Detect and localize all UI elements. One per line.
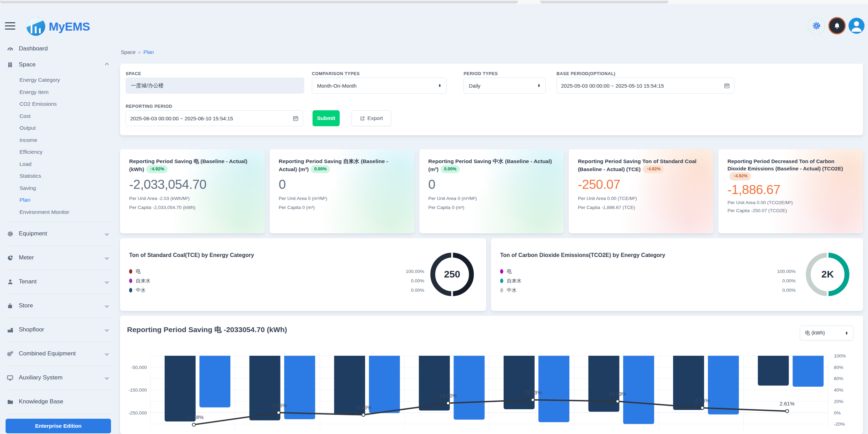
kpi-badge: ↑4.92%	[729, 172, 751, 180]
sidebar-item-energy-category[interactable]: Energy Category	[6, 74, 111, 86]
user-avatar[interactable]	[849, 18, 865, 34]
chart-energy-select[interactable]: 电 (kWh) ▲▼	[800, 326, 853, 340]
legend-dot	[129, 288, 132, 292]
chevron-down-icon	[105, 376, 109, 379]
sidebar-item-cost[interactable]: Cost	[6, 110, 111, 122]
sidebar-item-output[interactable]: Output	[6, 122, 111, 134]
kpi-title: Reporting Period Saving Ton of Standard …	[578, 158, 696, 172]
kpi-value: -1,886.67	[727, 183, 854, 197]
line-point-label: -21.18%	[184, 414, 204, 420]
chevron-down-icon	[105, 280, 109, 283]
calendar-icon	[293, 115, 299, 121]
sidebar-item-label: Space	[19, 61, 105, 68]
sidebar-item-knowledge-base[interactable]: Knowledge Base	[6, 389, 111, 413]
sidebar-item-load[interactable]: Load	[6, 158, 111, 170]
right-axis-tick: 60%	[834, 376, 843, 381]
sidebar-item-efficiency[interactable]: Efficiency	[6, 146, 111, 158]
settings-button[interactable]	[807, 17, 826, 35]
sidebar-item-store[interactable]: Store	[6, 294, 111, 318]
chevron-down-icon	[105, 328, 109, 331]
legend-label[interactable]: 自来水	[507, 278, 521, 284]
browser-tab-shape	[0, 1, 518, 3]
legend-percent: 100.00%	[750, 267, 796, 276]
kpi-card-reclaimed-water-saving: Reporting Period Saving 中水 (Baseline - A…	[419, 149, 564, 233]
line-point-4	[531, 398, 535, 401]
space-input[interactable]	[126, 78, 304, 94]
sidebar-item-equipment[interactable]: Equipment	[6, 222, 111, 246]
query-form-card: SPACE COMPARISON TYPES Month-On-Month ▲▼…	[120, 64, 863, 135]
enterprise-edition-button[interactable]: Enterprise Edition	[6, 419, 111, 433]
period-types-select[interactable]: Daily ▲▼	[464, 78, 546, 94]
sidebar-item-dashboard[interactable]: Dashboard	[6, 41, 111, 57]
notifications-button[interactable]	[828, 17, 846, 34]
tco2e-donut-chart[interactable]: 2K	[805, 251, 851, 297]
folder-icon	[6, 399, 15, 405]
kpi-per-capita: Per Capita 0 (m³)	[279, 205, 405, 210]
hamburger-menu-icon[interactable]	[5, 22, 15, 31]
bar-baseline-1	[250, 356, 281, 420]
legend-label[interactable]: 自来水	[136, 278, 150, 284]
sidebar-item-shopfloor[interactable]: Shopfloor	[6, 318, 111, 341]
line-point-7	[786, 410, 789, 413]
sidebar-item-co2-emissions[interactable]: CO2 Emissions	[6, 98, 111, 110]
right-axis-tick: -20%	[834, 421, 845, 427]
browser-tab-shape	[540, 1, 668, 3]
tco2e-by-category-card: Ton of Carbon Dioxide Emissions(TCO2E) b…	[491, 238, 863, 311]
brand-logo[interactable]: MyEMS	[26, 17, 90, 36]
saving-bar-line-chart[interactable]: 100%80%60%40%20%0%-20%-50,000-150,000-25…	[120, 351, 863, 431]
sidebar-item-saving[interactable]: Saving	[6, 182, 111, 194]
sidebar-item-income[interactable]: Income	[6, 134, 111, 146]
export-icon	[360, 116, 365, 121]
legend-label[interactable]: 电	[507, 268, 512, 275]
bar-baseline-3	[419, 356, 450, 411]
tce-donut-chart[interactable]: 250	[429, 251, 475, 297]
export-button[interactable]: Export	[352, 110, 391, 126]
legend-label[interactable]: 电	[136, 268, 141, 275]
breadcrumb-section[interactable]: Space	[121, 49, 136, 55]
reporting-period-value: 2025-06-03 00:00:00 ~ 2025-06-10 15:54:1…	[130, 115, 233, 121]
right-axis-tick: 80%	[834, 365, 843, 370]
reporting-period-input[interactable]: 2025-06-03 00:00:00 ~ 2025-06-10 15:54:1…	[126, 110, 303, 126]
kpi-value: 0	[428, 177, 555, 192]
legend-dot	[129, 279, 132, 283]
donut-percent-column: 100.00% 0.00% 0.00%	[379, 267, 424, 295]
donut-cards-row: Ton of Standard Coal(TCE) by Energy Cate…	[120, 238, 863, 311]
submit-button[interactable]: Submit	[313, 110, 340, 126]
breadcrumb-separator: »	[138, 49, 141, 55]
base-period-input[interactable]: 2025-05-03 00:00:00 ~ 2025-05-10 15:54:1…	[557, 78, 734, 94]
bar-actual-4	[538, 356, 569, 422]
left-axis-tick: -150,000	[128, 387, 147, 393]
kpi-badge: 0.00%	[441, 165, 460, 174]
kpi-card-tco2e-decrease: Reporting Period Decreased Ton of Carbon…	[718, 149, 863, 233]
sidebar-item-combined-equipment[interactable]: Combined Equipment	[6, 341, 111, 365]
line-point-label: 22.53%	[524, 389, 542, 395]
sidebar-item-label: Knowledge Base	[19, 398, 111, 405]
bar-actual-6	[708, 356, 739, 415]
space-submenu: Energy Category Energy Item CO2 Emission…	[6, 74, 111, 218]
chevron-up-icon	[105, 63, 109, 66]
right-axis-tick: 20%	[834, 399, 843, 404]
sidebar-item-space[interactable]: Space	[6, 57, 111, 73]
sidebar-item-energy-item[interactable]: Energy Item	[6, 86, 111, 98]
legend-label[interactable]: 中水	[507, 287, 516, 294]
person-icon	[6, 279, 15, 285]
legend-dot	[129, 269, 132, 274]
sidebar-item-meter[interactable]: Meter	[6, 246, 111, 270]
top-navbar: MyEMS	[0, 4, 868, 36]
sidebar-item-plan[interactable]: Plan	[6, 194, 111, 206]
legend-dot	[500, 288, 503, 292]
sidebar-item-statistics[interactable]: Statistics	[6, 170, 111, 182]
right-axis-tick: 100%	[834, 353, 846, 359]
bar-actual-3	[454, 356, 485, 420]
legend-percent: 0.00%	[750, 276, 796, 286]
donut-center-value: 250	[429, 251, 475, 297]
bar-baseline-7	[758, 356, 789, 386]
kpi-title: Reporting Period Saving 自来水 (Baseline - …	[279, 158, 388, 172]
comparison-types-select[interactable]: Month-On-Month ▲▼	[312, 78, 447, 94]
sidebar-item-auxiliary-system[interactable]: Auxiliary System	[6, 365, 111, 389]
kpi-per-unit-area: Per Unit Area -2.03 (kWh/M²)	[129, 196, 256, 201]
legend-label[interactable]: 中水	[136, 287, 145, 294]
sidebar-item-tenant[interactable]: Tenant	[6, 270, 111, 294]
sidebar-item-environment-monitor[interactable]: Environment Monitor	[6, 206, 111, 218]
bar-actual-0	[199, 356, 230, 407]
